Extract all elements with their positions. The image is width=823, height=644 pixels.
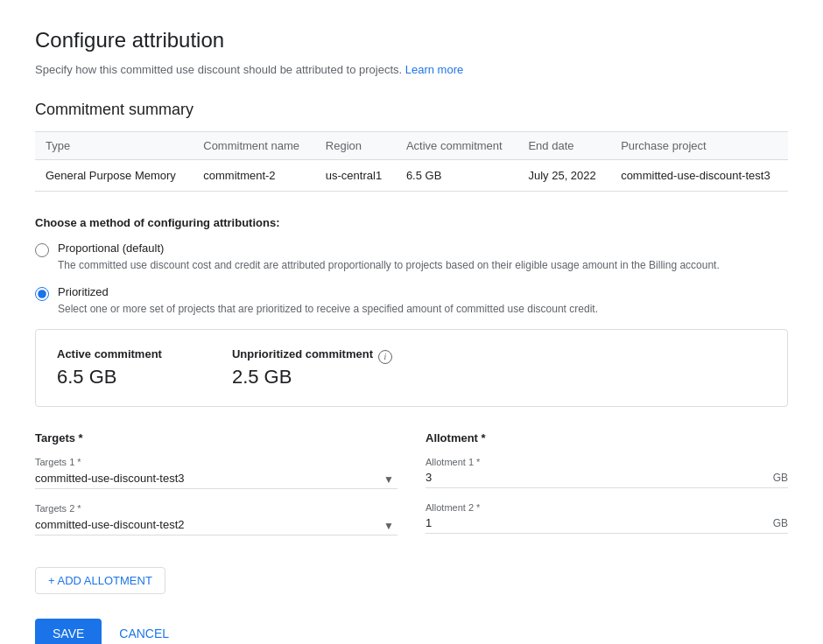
proportional-radio[interactable]: [35, 243, 49, 257]
targets-column: Targets * Targets 1 * committed-use-disc…: [35, 431, 397, 550]
add-allotment-button[interactable]: + ADD ALLOTMENT: [35, 567, 165, 594]
cell-active-commitment: 6.5 GB: [396, 160, 518, 192]
cell-end-date: July 25, 2022: [517, 160, 610, 192]
cell-type: General Purpose Memory: [35, 160, 193, 192]
unprioritized-commitment-value: 2.5 GB: [232, 366, 392, 388]
col-region: Region: [315, 132, 396, 160]
target-label-2: Targets 2 *: [35, 503, 397, 514]
allotment-label-2: Allotment 2 *: [426, 502, 788, 513]
active-commitment-label: Active commitment: [57, 347, 162, 360]
allotments-column-header: Allotment *: [426, 431, 788, 444]
allotment-input-2[interactable]: [426, 516, 773, 529]
allotment-input-1[interactable]: [426, 471, 773, 484]
active-commitment-value: 6.5 GB: [57, 366, 162, 388]
prioritized-desc: Select one or more set of projects that …: [58, 301, 598, 317]
method-radio-group: Proportional (default) The committed use…: [35, 242, 788, 317]
allotment-label-1: Allotment 1 *: [426, 457, 788, 467]
allotments-column: Allotment * Allotment 1 * GB Allotment 2…: [426, 431, 788, 550]
radio-option-proportional[interactable]: Proportional (default) The committed use…: [35, 242, 788, 273]
action-buttons: SAVE CANCEL: [35, 619, 788, 644]
target-select-2[interactable]: committed-use-discount-test3committed-us…: [35, 518, 397, 531]
col-commitment-name: Commitment name: [193, 132, 315, 160]
prioritized-radio[interactable]: [35, 287, 49, 301]
prioritized-title: Prioritized: [58, 285, 598, 298]
allotment-field-1: Allotment 1 * GB: [426, 457, 788, 488]
save-button[interactable]: SAVE: [35, 619, 102, 644]
proportional-desc: The committed use discount cost and cred…: [58, 257, 720, 273]
target-field-2: Targets 2 * committed-use-discount-test3…: [35, 503, 397, 536]
col-end-date: End date: [517, 132, 610, 160]
col-purchase-project: Purchase project: [610, 132, 788, 160]
commitment-summary-heading: Commitment summary: [35, 101, 788, 119]
cell-region: us-central1: [315, 160, 396, 192]
targets-allotment-section: Targets * Targets 1 * committed-use-disc…: [35, 431, 788, 550]
cell-purchase-project: committed-use-discount-test3: [610, 160, 788, 192]
target-field-1: Targets 1 * committed-use-discount-test3…: [35, 457, 397, 489]
active-commitment-metric: Active commitment 6.5 GB: [57, 347, 162, 388]
radio-option-prioritized[interactable]: Prioritized Select one or more set of pr…: [35, 285, 788, 317]
method-label: Choose a method of configuring attributi…: [35, 216, 788, 229]
page-title: Configure attribution: [35, 28, 788, 52]
learn-more-link[interactable]: Learn more: [405, 63, 463, 76]
commitment-table: Type Commitment name Region Active commi…: [35, 131, 788, 192]
allotment-input-wrapper-1: GB: [426, 471, 788, 488]
unprioritized-commitment-metric: Unprioritized commitment i 2.5 GB: [232, 347, 392, 388]
unprioritized-commitment-label: Unprioritized commitment: [232, 347, 373, 360]
cell-commitment-name: commitment-2: [193, 160, 315, 192]
allotment-field-2: Allotment 2 * GB: [426, 502, 788, 534]
allotment-unit-1: GB: [773, 472, 788, 484]
col-active-commitment: Active commitment: [396, 132, 518, 160]
commitment-metrics-box: Active commitment 6.5 GB Unprioritized c…: [35, 329, 788, 407]
unprioritized-info-icon[interactable]: i: [378, 350, 392, 364]
cancel-button[interactable]: CANCEL: [116, 619, 172, 644]
target-label-1: Targets 1 *: [35, 457, 397, 467]
allotment-input-wrapper-2: GB: [426, 516, 788, 534]
target-select-1[interactable]: committed-use-discount-test3committed-us…: [35, 472, 397, 485]
col-type: Type: [35, 132, 193, 160]
table-row: General Purpose Memory commitment-2 us-c…: [35, 160, 788, 192]
proportional-title: Proportional (default): [58, 242, 720, 255]
targets-column-header: Targets *: [35, 431, 397, 444]
target-select-wrapper-1: committed-use-discount-test3committed-us…: [35, 471, 397, 489]
page-subtitle: Specify how this committed use discount …: [35, 63, 788, 76]
target-select-wrapper-2: committed-use-discount-test3committed-us…: [35, 517, 397, 536]
allotment-unit-2: GB: [773, 517, 788, 529]
